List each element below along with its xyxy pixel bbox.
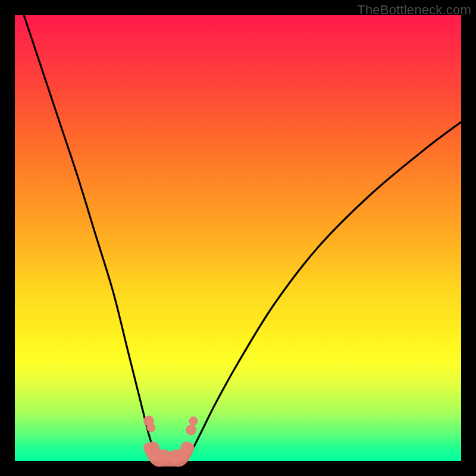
chart-plot-area [15, 15, 461, 461]
watermark-text: TheBottleneck.com [357, 2, 471, 18]
marker-dot [146, 423, 155, 432]
left-curve [24, 15, 162, 461]
chart-frame: TheBottleneck.com [0, 0, 476, 476]
marker-dot [180, 441, 193, 454]
curve-layer [24, 15, 461, 461]
chart-svg [15, 15, 461, 461]
marker-dot [189, 416, 198, 425]
right-curve [184, 122, 461, 461]
marker-dot [186, 425, 196, 436]
